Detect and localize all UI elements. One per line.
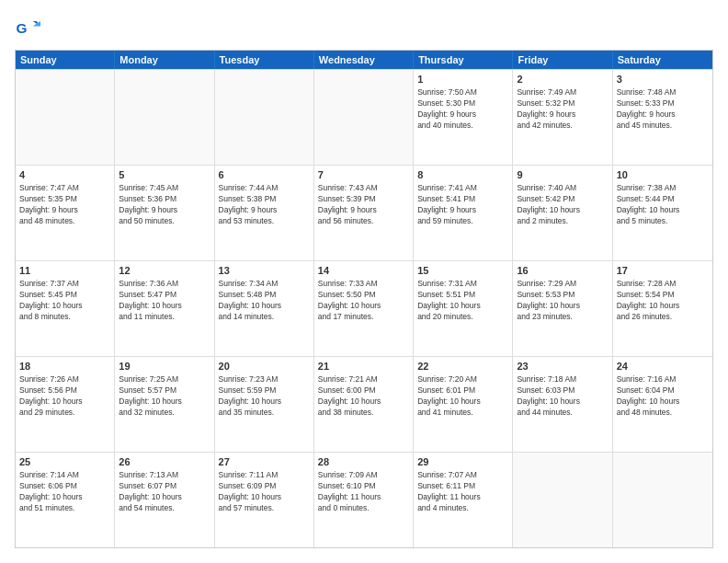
- calendar-cell: 13Sunrise: 7:34 AM Sunset: 5:48 PM Dayli…: [215, 261, 314, 356]
- cal-header-cell: Friday: [513, 51, 612, 69]
- calendar-cell: 12Sunrise: 7:36 AM Sunset: 5:47 PM Dayli…: [115, 261, 214, 356]
- calendar-row: 25Sunrise: 7:14 AM Sunset: 6:06 PM Dayli…: [16, 452, 712, 547]
- cal-header-cell: Thursday: [414, 51, 513, 69]
- day-number: 11: [19, 264, 110, 278]
- calendar-cell: 11Sunrise: 7:37 AM Sunset: 5:45 PM Dayli…: [16, 261, 115, 356]
- calendar-cell: [613, 453, 712, 547]
- cell-text: Sunrise: 7:28 AM Sunset: 5:54 PM Dayligh…: [617, 279, 709, 323]
- calendar-cell: 26Sunrise: 7:13 AM Sunset: 6:07 PM Dayli…: [115, 453, 214, 547]
- cell-text: Sunrise: 7:11 AM Sunset: 6:09 PM Dayligh…: [219, 470, 310, 514]
- day-number: 8: [417, 168, 508, 182]
- calendar-cell: 27Sunrise: 7:11 AM Sunset: 6:09 PM Dayli…: [215, 453, 314, 547]
- calendar-cell: 4Sunrise: 7:47 AM Sunset: 5:35 PM Daylig…: [16, 166, 115, 260]
- day-number: 1: [417, 73, 508, 86]
- cell-text: Sunrise: 7:26 AM Sunset: 5:56 PM Dayligh…: [19, 374, 110, 419]
- calendar-cell: 2Sunrise: 7:49 AM Sunset: 5:32 PM Daylig…: [513, 70, 612, 165]
- calendar-row: 11Sunrise: 7:37 AM Sunset: 5:45 PM Dayli…: [16, 260, 712, 356]
- day-number: 20: [219, 360, 310, 373]
- logo-icon: G: [15, 15, 40, 40]
- calendar-cell: 5Sunrise: 7:45 AM Sunset: 5:36 PM Daylig…: [115, 166, 214, 260]
- day-number: 28: [318, 455, 409, 469]
- day-number: 19: [119, 360, 210, 373]
- day-number: 16: [517, 264, 608, 278]
- cell-text: Sunrise: 7:20 AM Sunset: 6:01 PM Dayligh…: [417, 374, 508, 419]
- day-number: 12: [119, 264, 210, 278]
- day-number: 14: [318, 264, 409, 278]
- cell-text: Sunrise: 7:33 AM Sunset: 5:50 PM Dayligh…: [318, 279, 409, 323]
- calendar-cell: 28Sunrise: 7:09 AM Sunset: 6:10 PM Dayli…: [314, 453, 414, 547]
- cell-text: Sunrise: 7:40 AM Sunset: 5:42 PM Dayligh…: [517, 183, 608, 227]
- calendar-cell: [314, 70, 414, 165]
- logo: G: [15, 15, 44, 40]
- day-number: 4: [19, 168, 110, 182]
- cell-text: Sunrise: 7:50 AM Sunset: 5:30 PM Dayligh…: [417, 87, 508, 132]
- calendar-cell: 21Sunrise: 7:21 AM Sunset: 6:00 PM Dayli…: [314, 357, 414, 452]
- calendar-row: 18Sunrise: 7:26 AM Sunset: 5:56 PM Dayli…: [16, 356, 712, 452]
- calendar-cell: 29Sunrise: 7:07 AM Sunset: 6:11 PM Dayli…: [414, 453, 513, 547]
- calendar-cell: 22Sunrise: 7:20 AM Sunset: 6:01 PM Dayli…: [414, 357, 513, 452]
- calendar-cell: [16, 70, 115, 165]
- cell-text: Sunrise: 7:18 AM Sunset: 6:03 PM Dayligh…: [517, 374, 608, 419]
- calendar-cell: 16Sunrise: 7:29 AM Sunset: 5:53 PM Dayli…: [513, 261, 612, 356]
- calendar-cell: 14Sunrise: 7:33 AM Sunset: 5:50 PM Dayli…: [314, 261, 414, 356]
- calendar-body: 1Sunrise: 7:50 AM Sunset: 5:30 PM Daylig…: [16, 69, 712, 547]
- calendar-row: 4Sunrise: 7:47 AM Sunset: 5:35 PM Daylig…: [16, 165, 712, 260]
- day-number: 18: [19, 360, 110, 373]
- calendar-cell: 3Sunrise: 7:48 AM Sunset: 5:33 PM Daylig…: [613, 70, 712, 165]
- cell-text: Sunrise: 7:38 AM Sunset: 5:44 PM Dayligh…: [617, 183, 709, 227]
- day-number: 21: [318, 360, 409, 373]
- calendar-cell: [215, 70, 314, 165]
- day-number: 7: [318, 168, 409, 182]
- day-number: 9: [517, 168, 608, 182]
- cell-text: Sunrise: 7:07 AM Sunset: 6:11 PM Dayligh…: [417, 470, 508, 514]
- cell-text: Sunrise: 7:09 AM Sunset: 6:10 PM Dayligh…: [318, 470, 409, 514]
- day-number: 26: [119, 455, 210, 469]
- day-number: 3: [617, 73, 709, 86]
- calendar-cell: 25Sunrise: 7:14 AM Sunset: 6:06 PM Dayli…: [16, 453, 115, 547]
- cell-text: Sunrise: 7:43 AM Sunset: 5:39 PM Dayligh…: [318, 183, 409, 227]
- cal-header-cell: Tuesday: [215, 51, 314, 69]
- calendar-cell: 23Sunrise: 7:18 AM Sunset: 6:03 PM Dayli…: [513, 357, 612, 452]
- cell-text: Sunrise: 7:34 AM Sunset: 5:48 PM Dayligh…: [219, 279, 310, 323]
- day-number: 15: [417, 264, 508, 278]
- svg-text:G: G: [16, 20, 27, 36]
- calendar-cell: 24Sunrise: 7:16 AM Sunset: 6:04 PM Dayli…: [613, 357, 712, 452]
- calendar-cell: 8Sunrise: 7:41 AM Sunset: 5:41 PM Daylig…: [414, 166, 513, 260]
- calendar-cell: 18Sunrise: 7:26 AM Sunset: 5:56 PM Dayli…: [16, 357, 115, 452]
- cell-text: Sunrise: 7:41 AM Sunset: 5:41 PM Dayligh…: [417, 183, 508, 227]
- cell-text: Sunrise: 7:23 AM Sunset: 5:59 PM Dayligh…: [219, 374, 310, 419]
- cell-text: Sunrise: 7:25 AM Sunset: 5:57 PM Dayligh…: [119, 374, 210, 419]
- calendar-cell: 6Sunrise: 7:44 AM Sunset: 5:38 PM Daylig…: [215, 166, 314, 260]
- calendar-cell: 10Sunrise: 7:38 AM Sunset: 5:44 PM Dayli…: [613, 166, 712, 260]
- cal-header-cell: Monday: [115, 51, 214, 69]
- cell-text: Sunrise: 7:37 AM Sunset: 5:45 PM Dayligh…: [19, 279, 110, 323]
- cell-text: Sunrise: 7:29 AM Sunset: 5:53 PM Dayligh…: [517, 279, 608, 323]
- page: G SundayMondayTuesdayWednesdayThursdayFr…: [0, 0, 728, 563]
- calendar-cell: 15Sunrise: 7:31 AM Sunset: 5:51 PM Dayli…: [414, 261, 513, 356]
- calendar-row: 1Sunrise: 7:50 AM Sunset: 5:30 PM Daylig…: [16, 69, 712, 165]
- calendar: SundayMondayTuesdayWednesdayThursdayFrid…: [15, 50, 713, 548]
- calendar-cell: [513, 453, 612, 547]
- day-number: 6: [219, 168, 310, 182]
- day-number: 2: [517, 73, 608, 86]
- day-number: 17: [617, 264, 709, 278]
- cell-text: Sunrise: 7:13 AM Sunset: 6:07 PM Dayligh…: [119, 470, 210, 514]
- calendar-cell: 17Sunrise: 7:28 AM Sunset: 5:54 PM Dayli…: [613, 261, 712, 356]
- cell-text: Sunrise: 7:44 AM Sunset: 5:38 PM Dayligh…: [219, 183, 310, 227]
- cell-text: Sunrise: 7:14 AM Sunset: 6:06 PM Dayligh…: [19, 470, 110, 514]
- cell-text: Sunrise: 7:31 AM Sunset: 5:51 PM Dayligh…: [417, 279, 508, 323]
- day-number: 22: [417, 360, 508, 373]
- cell-text: Sunrise: 7:47 AM Sunset: 5:35 PM Dayligh…: [19, 183, 110, 227]
- cell-text: Sunrise: 7:21 AM Sunset: 6:00 PM Dayligh…: [318, 374, 409, 419]
- calendar-header: SundayMondayTuesdayWednesdayThursdayFrid…: [16, 51, 712, 69]
- day-number: 27: [219, 455, 310, 469]
- day-number: 29: [417, 455, 508, 469]
- cell-text: Sunrise: 7:48 AM Sunset: 5:33 PM Dayligh…: [617, 87, 709, 132]
- calendar-cell: 9Sunrise: 7:40 AM Sunset: 5:42 PM Daylig…: [513, 166, 612, 260]
- cell-text: Sunrise: 7:16 AM Sunset: 6:04 PM Dayligh…: [617, 374, 709, 419]
- cell-text: Sunrise: 7:36 AM Sunset: 5:47 PM Dayligh…: [119, 279, 210, 323]
- calendar-cell: 20Sunrise: 7:23 AM Sunset: 5:59 PM Dayli…: [215, 357, 314, 452]
- day-number: 5: [119, 168, 210, 182]
- day-number: 10: [617, 168, 709, 182]
- calendar-cell: 7Sunrise: 7:43 AM Sunset: 5:39 PM Daylig…: [314, 166, 414, 260]
